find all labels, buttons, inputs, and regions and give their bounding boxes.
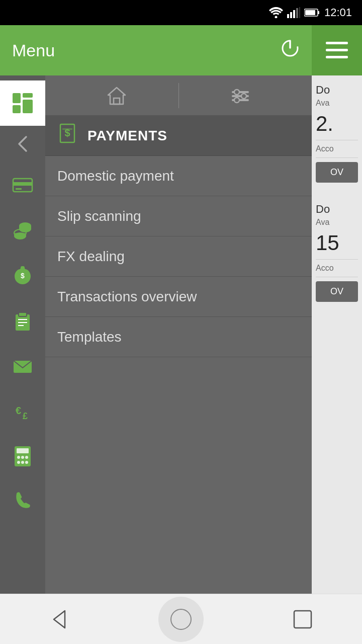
- svg-rect-5: [299, 7, 300, 18]
- svg-rect-30: [19, 312, 27, 316]
- payment-receipt-icon: $: [57, 123, 77, 143]
- mail-icon: [12, 355, 34, 377]
- sidebar: $ € £: [0, 75, 45, 619]
- sidebar-item-currency[interactable]: € £: [0, 388, 45, 434]
- rp-divider-3: [316, 259, 358, 260]
- svg-point-52: [234, 98, 239, 103]
- svg-text:€: €: [16, 405, 21, 416]
- svg-point-39: [17, 456, 20, 459]
- rp-acc-label-1: Acco: [316, 144, 358, 153]
- svg-rect-19: [13, 182, 32, 186]
- payments-icon: $: [57, 123, 77, 148]
- svg-rect-1: [287, 14, 289, 18]
- rp-overview-btn-2[interactable]: OV: [316, 281, 358, 302]
- app-bar-title: Menu: [12, 41, 55, 60]
- top-nav-settings[interactable]: [179, 85, 302, 106]
- app-bar: Menu: [0, 25, 312, 75]
- hamburger-icon: [326, 42, 348, 59]
- back-arrow-icon: [15, 133, 30, 155]
- wifi-icon: [269, 7, 283, 18]
- sidebar-item-dashboard[interactable]: [0, 80, 45, 126]
- currency-icon: € £: [12, 400, 34, 422]
- svg-point-57: [171, 609, 191, 629]
- power-button[interactable]: [281, 39, 300, 62]
- top-nav-home[interactable]: [55, 85, 178, 106]
- home-nav-button[interactable]: [158, 597, 204, 642]
- sidebar-item-mail[interactable]: [0, 343, 45, 388]
- menu-item-domestic-payment[interactable]: Domestic payment: [45, 156, 312, 196]
- rp-amount-1: 2.: [316, 112, 358, 136]
- svg-rect-12: [326, 49, 348, 51]
- money-bag-icon: $: [12, 264, 34, 286]
- rp-account-title-2: Do: [316, 203, 358, 216]
- right-panel: Do Ava 2. Acco OV Do Ava 15 Acco OV: [312, 75, 362, 619]
- back-nav-icon: [47, 607, 72, 632]
- svg-point-0: [275, 16, 277, 19]
- back-nav-button[interactable]: [39, 599, 79, 639]
- svg-rect-13: [326, 56, 348, 58]
- svg-rect-14: [13, 93, 21, 103]
- power-icon: [281, 39, 300, 58]
- home-nav-icon: [170, 608, 192, 630]
- svg-rect-58: [294, 611, 311, 628]
- navigation-bar: [0, 594, 362, 644]
- status-bar: 12:01: [0, 0, 362, 25]
- sidebar-item-money-bag[interactable]: $: [0, 253, 45, 298]
- menu-item-slip-scanning[interactable]: Slip scanning: [45, 196, 312, 236]
- svg-rect-17: [23, 100, 33, 113]
- svg-rect-8: [305, 10, 315, 15]
- home-icon: [106, 85, 127, 106]
- hamburger-panel[interactable]: [312, 25, 362, 75]
- svg-marker-56: [54, 611, 65, 628]
- svg-rect-2: [290, 12, 292, 18]
- rp-overview-btn-1[interactable]: OV: [316, 162, 358, 183]
- svg-point-41: [25, 456, 28, 459]
- menu-panel: $ PAYMENTS Domestic payment Slip scannin…: [45, 75, 312, 619]
- sidebar-item-coins[interactable]: [0, 207, 45, 253]
- coins-icon: [12, 219, 34, 241]
- sidebar-item-phone[interactable]: [0, 479, 45, 524]
- calculator-icon: [12, 445, 34, 467]
- rp-acc-label-2: Acco: [316, 264, 358, 273]
- svg-rect-7: [318, 11, 319, 14]
- status-icons: 12:01: [269, 6, 352, 19]
- rp-divider-4: [316, 277, 358, 277]
- svg-rect-46: [114, 98, 120, 104]
- recents-nav-icon: [291, 608, 314, 631]
- svg-marker-45: [108, 88, 125, 104]
- main-area: $ € £: [0, 75, 362, 619]
- sidebar-item-calculator[interactable]: [0, 434, 45, 479]
- menu-item-transactions-overview[interactable]: Transactions overview: [45, 277, 312, 317]
- svg-text:£: £: [23, 411, 28, 421]
- sidebar-back-button[interactable]: [0, 126, 45, 162]
- card-icon: [12, 174, 34, 196]
- sidebar-item-card[interactable]: [0, 162, 45, 207]
- svg-rect-16: [13, 105, 21, 113]
- svg-rect-3: [293, 10, 295, 18]
- svg-rect-15: [23, 93, 33, 98]
- svg-rect-11: [326, 42, 348, 44]
- svg-rect-4: [296, 8, 298, 18]
- clipboard-icon: [12, 309, 34, 332]
- recents-nav-button[interactable]: [283, 599, 323, 639]
- settings-icon: [230, 85, 251, 106]
- svg-point-26: [14, 232, 26, 239]
- rp-divider-1: [316, 140, 358, 140]
- rp-available-label-1: Ava: [316, 99, 358, 108]
- menu-item-templates[interactable]: Templates: [45, 317, 312, 357]
- svg-rect-28: [21, 266, 25, 269]
- battery-icon: [304, 8, 320, 17]
- right-panel-content: Do Ava 2. Acco OV Do Ava 15 Acco OV: [312, 75, 362, 310]
- sidebar-item-clipboard[interactable]: [0, 298, 45, 343]
- svg-point-40: [21, 456, 24, 459]
- top-nav: [45, 75, 312, 116]
- svg-point-51: [241, 94, 246, 99]
- svg-point-44: [25, 461, 28, 464]
- payments-header: $ PAYMENTS: [45, 116, 312, 156]
- svg-rect-38: [17, 448, 29, 453]
- dashboard-icon: [12, 92, 34, 114]
- menu-item-fx-dealing[interactable]: FX dealing: [45, 236, 312, 277]
- rp-available-label-2: Ava: [316, 218, 358, 227]
- status-time: 12:01: [324, 6, 352, 19]
- svg-text:$: $: [21, 272, 25, 280]
